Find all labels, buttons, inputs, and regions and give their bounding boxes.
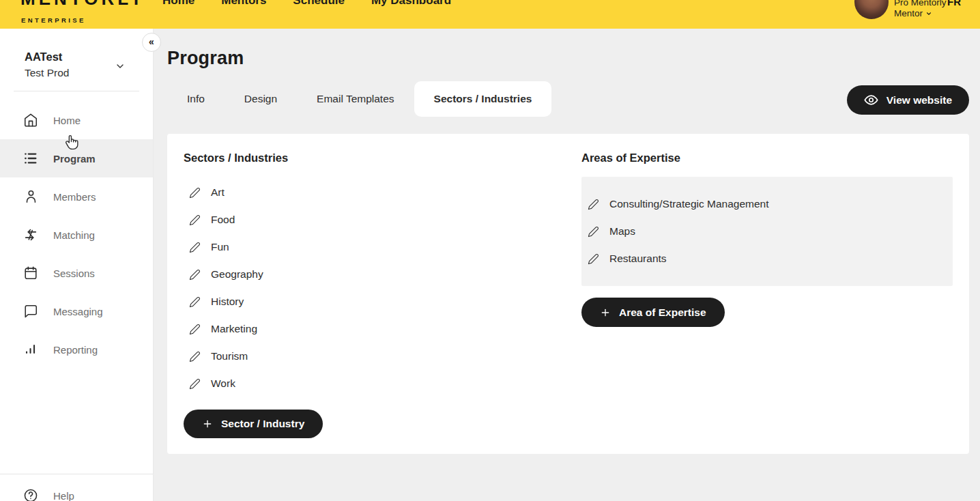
sector-item-row: Art	[184, 179, 566, 206]
edit-pencil-icon[interactable]	[588, 199, 599, 210]
view-website-button[interactable]: View website	[847, 85, 969, 115]
edit-pencil-icon[interactable]	[189, 269, 201, 281]
sidebar-item-messaging[interactable]: Messaging	[0, 292, 153, 330]
sidebar-item-help[interactable]: Help	[0, 474, 153, 501]
sector-item-row: Fun	[184, 233, 566, 261]
sidebar-item-label: Help	[53, 490, 74, 501]
sidebar-nav: Home Program Members Matching Sessions	[0, 101, 153, 369]
sectors-card: Sectors / Industries Art Food	[167, 134, 969, 454]
role-dropdown[interactable]: Mentor	[894, 8, 932, 18]
person-icon	[23, 189, 38, 204]
edit-pencil-icon[interactable]	[588, 253, 599, 265]
program-name: Test Prod	[25, 65, 69, 81]
calendar-icon	[23, 266, 38, 281]
sector-item-row: Geography	[184, 261, 566, 288]
org-switcher[interactable]: AATest Test Prod	[25, 49, 69, 81]
tab-design[interactable]: Design	[225, 81, 297, 117]
user-avatar[interactable]	[854, 0, 889, 19]
main-content: Program Info Design Email Templates Sect…	[154, 29, 980, 501]
sector-item-label: Tourism	[211, 350, 248, 362]
list-icon	[23, 151, 38, 166]
sidebar-item-members[interactable]: Members	[0, 177, 153, 216]
tab-sectors-industries[interactable]: Sectors / Industries	[414, 81, 552, 117]
sector-item-label: Food	[211, 214, 235, 226]
brand-logo-subtitle: ENTERPRISE	[21, 16, 86, 24]
add-expertise-button[interactable]: Area of Expertise	[581, 298, 725, 327]
sidebar-item-home[interactable]: Home	[0, 101, 153, 139]
header-nav-link[interactable]: Schedule	[293, 0, 345, 8]
expertise-item-label: Restaurants	[609, 253, 667, 265]
sector-item-row: Food	[184, 206, 566, 233]
sector-item-label: Work	[211, 377, 235, 390]
sidebar-item-sessions[interactable]: Sessions	[0, 254, 153, 292]
sidebar-item-reporting[interactable]: Reporting	[0, 330, 153, 369]
edit-pencil-icon[interactable]	[189, 296, 201, 308]
header-nav-link[interactable]: My Dashboard	[371, 0, 451, 8]
expertise-item-row: Maps	[581, 218, 953, 245]
sidebar-item-program[interactable]: Program	[0, 139, 153, 177]
language-selector[interactable]: FR	[947, 0, 961, 8]
sectors-heading: Sectors / Industries	[184, 152, 566, 164]
sidebar-footer: Help	[0, 474, 153, 501]
sectors-column: Sectors / Industries Art Food	[184, 152, 566, 438]
sidebar-item-label: Messaging	[53, 306, 103, 317]
expertise-item-row: Consulting/Strategic Management	[581, 190, 953, 218]
sidebar: AATest Test Prod Home Program Members	[0, 29, 154, 501]
edit-pencil-icon[interactable]	[189, 351, 201, 362]
sidebar-item-label: Members	[53, 191, 96, 203]
add-sector-label: Sector / Industry	[221, 418, 304, 430]
brand-logo: MENTORLY	[20, 0, 145, 10]
double-chevron-left-icon: «	[149, 37, 154, 46]
home-icon	[23, 113, 38, 128]
edit-pencil-icon[interactable]	[189, 324, 201, 335]
sidebar-item-label: Sessions	[53, 268, 95, 279]
expertise-column: Areas of Expertise Consulting/Strategic …	[581, 152, 953, 327]
page-title: Program	[167, 48, 244, 69]
sector-item-label: Marketing	[211, 323, 257, 335]
edit-pencil-icon[interactable]	[189, 187, 201, 199]
tab-bar: Info Design Email Templates Sectors / In…	[167, 81, 551, 117]
tab-info[interactable]: Info	[167, 81, 225, 117]
sector-item-row: Work	[184, 370, 566, 397]
help-icon	[23, 488, 38, 501]
sector-item-label: History	[211, 296, 244, 308]
chat-bubble-icon	[23, 304, 38, 319]
sector-item-row: Tourism	[184, 343, 566, 370]
edit-pencil-icon[interactable]	[588, 226, 599, 238]
divider	[14, 91, 139, 91]
plus-icon	[202, 418, 213, 429]
expertise-list: Consulting/Strategic Management Maps	[581, 177, 953, 286]
exchange-arrows-icon	[23, 227, 38, 242]
sector-item-label: Geography	[211, 268, 263, 281]
role-label: Mentor	[894, 8, 923, 18]
user-org-label: Pro Mentorly	[894, 0, 947, 8]
sidebar-item-label: Home	[53, 115, 81, 126]
sidebar-item-label: Reporting	[53, 344, 98, 356]
org-name: AATest	[25, 49, 69, 65]
sector-item-row: History	[184, 288, 566, 315]
sidebar-collapse-button[interactable]: «	[142, 33, 161, 52]
view-website-label: View website	[887, 94, 952, 106]
edit-pencil-icon[interactable]	[189, 242, 201, 253]
sidebar-item-matching[interactable]: Matching	[0, 216, 153, 254]
add-sector-button[interactable]: Sector / Industry	[184, 410, 323, 438]
chevron-down-icon	[925, 10, 932, 17]
edit-pencil-icon[interactable]	[189, 378, 201, 390]
top-header-bar: MENTORLY ENTERPRISE Home Mentors Schedul…	[0, 0, 980, 29]
expertise-item-row: Restaurants	[581, 245, 953, 272]
add-expertise-label: Area of Expertise	[619, 306, 706, 319]
expertise-heading: Areas of Expertise	[581, 152, 953, 164]
header-nav-link[interactable]: Mentors	[221, 0, 266, 8]
expertise-item-label: Maps	[609, 225, 635, 238]
header-nav: Home Mentors Schedule My Dashboard	[162, 0, 451, 8]
sidebar-item-label: Program	[53, 153, 96, 164]
sector-item-label: Art	[211, 186, 225, 199]
chevron-down-icon[interactable]	[115, 61, 126, 72]
sidebar-item-label: Matching	[53, 229, 95, 241]
expertise-item-label: Consulting/Strategic Management	[609, 198, 769, 210]
header-nav-link[interactable]: Home	[162, 0, 194, 8]
sectors-list: Art Food Fun	[184, 179, 566, 397]
tab-email-templates[interactable]: Email Templates	[297, 81, 414, 117]
edit-pencil-icon[interactable]	[189, 214, 201, 226]
sector-item-label: Fun	[211, 241, 229, 253]
